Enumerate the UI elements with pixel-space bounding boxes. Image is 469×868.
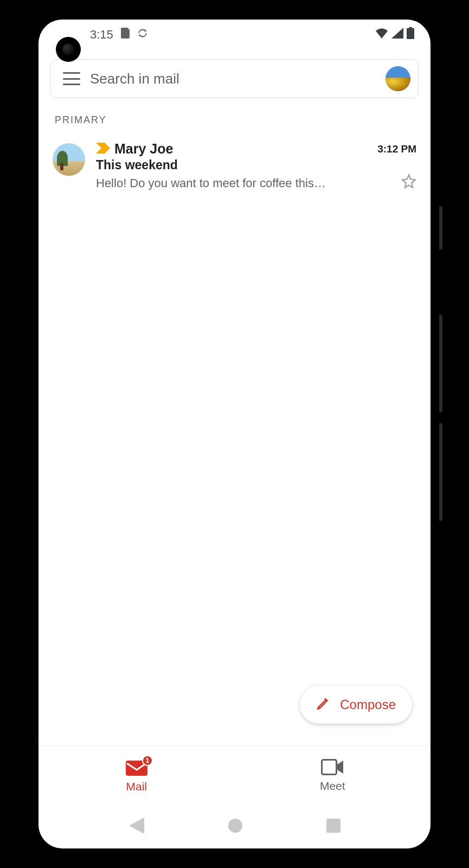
email-row[interactable]: Mary Joe 3:12 PM This weekend Hello! Do … — [38, 136, 431, 198]
video-icon — [321, 759, 344, 777]
screen: 3:15 — [38, 20, 431, 848]
pencil-icon — [316, 697, 330, 713]
sync-icon — [137, 28, 148, 42]
overview-icon[interactable] — [326, 819, 340, 835]
power-button — [439, 206, 442, 250]
tab-meet[interactable]: Meet — [235, 746, 431, 805]
status-time: 3:15 — [90, 28, 113, 42]
section-header: PRIMARY — [38, 98, 431, 136]
compose-button[interactable]: Compose — [300, 686, 412, 724]
cellular-icon — [391, 28, 403, 42]
search-bar[interactable]: Search in mail — [50, 59, 419, 98]
svg-rect-2 — [326, 819, 340, 833]
volume-up-button — [439, 315, 442, 412]
volume-down-button — [439, 423, 442, 521]
battery-icon — [407, 27, 414, 42]
front-camera — [56, 37, 81, 62]
email-time: 3:12 PM — [377, 143, 416, 155]
home-icon[interactable] — [227, 818, 243, 836]
status-bar: 3:15 — [38, 20, 431, 49]
email-preview: Hello! Do you want to meet for coffee th… — [96, 176, 396, 190]
sender-avatar[interactable] — [53, 143, 85, 176]
importance-icon[interactable] — [96, 142, 110, 157]
wifi-icon — [375, 28, 388, 42]
bottom-nav: 1 Mail Meet — [38, 745, 431, 805]
back-icon[interactable] — [129, 818, 144, 836]
phone-frame: 3:15 — [30, 11, 439, 857]
mail-icon — [126, 768, 147, 777]
email-subject: This weekend — [96, 158, 416, 173]
sender-name: Mary Joe — [114, 141, 173, 157]
search-input[interactable]: Search in mail — [90, 71, 386, 87]
menu-icon[interactable] — [63, 72, 80, 85]
account-avatar[interactable] — [386, 66, 410, 91]
svg-rect-0 — [322, 760, 337, 774]
compose-label: Compose — [340, 697, 396, 712]
tab-meet-label: Meet — [320, 780, 345, 793]
tab-mail[interactable]: 1 Mail — [38, 746, 235, 805]
svg-point-1 — [228, 819, 242, 833]
star-icon[interactable] — [401, 174, 416, 193]
system-nav — [38, 805, 431, 848]
sd-card-icon — [121, 28, 130, 42]
mail-badge: 1 — [142, 755, 153, 766]
tab-mail-label: Mail — [126, 780, 147, 793]
